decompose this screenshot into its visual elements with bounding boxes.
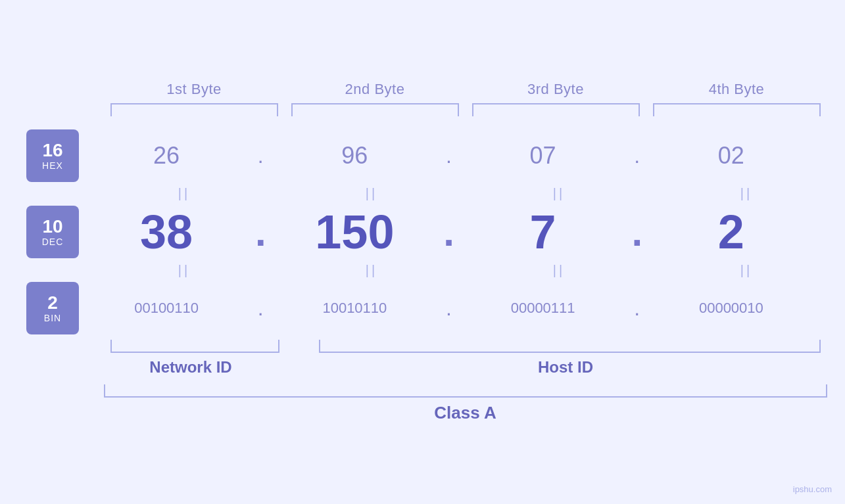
top-bracket-2 bbox=[291, 103, 459, 116]
hex-values-area: 26 . 96 . 07 . 02 bbox=[79, 142, 819, 170]
bin-sep3: . bbox=[624, 296, 650, 321]
conv-row-dec-bin: || || || || bbox=[104, 259, 827, 282]
byte2-header: 2nd Byte bbox=[285, 81, 466, 98]
dec-badge: 10 DEC bbox=[26, 206, 79, 258]
conv-sym8: || bbox=[666, 263, 827, 278]
hex-base-num: 16 bbox=[42, 141, 62, 161]
bin-byte4: 00000010 bbox=[650, 300, 812, 317]
bin-base-label: BIN bbox=[44, 313, 61, 323]
network-id-label: Network ID bbox=[104, 358, 278, 377]
conv-row-hex-dec: || || || || bbox=[104, 182, 827, 205]
hex-byte4: 02 bbox=[650, 142, 812, 170]
dec-base-num: 10 bbox=[42, 217, 62, 237]
dec-byte2: 150 bbox=[274, 205, 435, 259]
byte1-header: 1st Byte bbox=[104, 81, 285, 98]
bin-byte3: 00000111 bbox=[462, 300, 624, 317]
network-bracket bbox=[110, 340, 279, 353]
dec-byte1: 38 bbox=[85, 205, 247, 259]
hex-byte3: 07 bbox=[462, 142, 624, 170]
top-bracket-3 bbox=[472, 103, 640, 116]
hex-badge: 16 HEX bbox=[26, 129, 79, 182]
dec-values-area: 38 . 150 . 7 . 2 bbox=[79, 205, 819, 259]
byte4-header: 4th Byte bbox=[646, 81, 827, 98]
host-id-label: Host ID bbox=[304, 358, 827, 377]
hex-sep2: . bbox=[436, 144, 462, 168]
dec-row: 10 DEC 38 . 150 . 7 . 2 bbox=[26, 205, 819, 259]
bin-byte1: 00100110 bbox=[85, 300, 247, 317]
conv-sym5: || bbox=[104, 263, 265, 278]
bin-badge: 2 BIN bbox=[26, 282, 79, 334]
bin-sep1: . bbox=[247, 296, 274, 321]
conv-sym2: || bbox=[291, 186, 452, 201]
hex-byte2: 96 bbox=[274, 142, 435, 170]
hex-row: 16 HEX 26 . 96 . 07 . 02 bbox=[26, 129, 819, 182]
conv-sym1: || bbox=[104, 186, 265, 201]
conv-sym7: || bbox=[479, 263, 640, 278]
bin-byte2: 10010110 bbox=[274, 300, 435, 317]
dec-byte3: 7 bbox=[462, 205, 624, 259]
hex-base-label: HEX bbox=[42, 160, 63, 171]
bottom-brackets-area bbox=[104, 340, 827, 353]
byte3-header: 3rd Byte bbox=[466, 81, 646, 98]
conv-sym3: || bbox=[479, 186, 640, 201]
class-bracket bbox=[104, 384, 827, 398]
bin-values-area: 00100110 . 10010110 . 00000111 . 0000001… bbox=[79, 296, 819, 321]
conv-sym4: || bbox=[666, 186, 827, 201]
top-bracket-1 bbox=[110, 103, 278, 116]
conv-sym6: || bbox=[291, 263, 452, 278]
dec-sep1: . bbox=[247, 210, 274, 255]
top-bracket-4 bbox=[653, 103, 821, 116]
host-bracket bbox=[319, 340, 821, 353]
hex-sep3: . bbox=[624, 144, 650, 168]
labels-row: Network ID Host ID bbox=[104, 358, 827, 377]
watermark: ipshu.com bbox=[793, 484, 832, 494]
hex-sep1: . bbox=[247, 144, 274, 168]
hex-byte1: 26 bbox=[85, 142, 247, 170]
dec-byte4: 2 bbox=[650, 205, 812, 259]
bin-sep2: . bbox=[436, 296, 462, 321]
bin-base-num: 2 bbox=[47, 293, 58, 313]
dec-sep3: . bbox=[624, 210, 650, 255]
dec-base-label: DEC bbox=[42, 237, 64, 247]
class-label: Class A bbox=[434, 403, 496, 423]
class-row-container: Class A bbox=[104, 384, 827, 423]
dec-sep2: . bbox=[436, 210, 462, 255]
bin-row: 2 BIN 00100110 . 10010110 . 00000111 . 0… bbox=[26, 282, 819, 334]
